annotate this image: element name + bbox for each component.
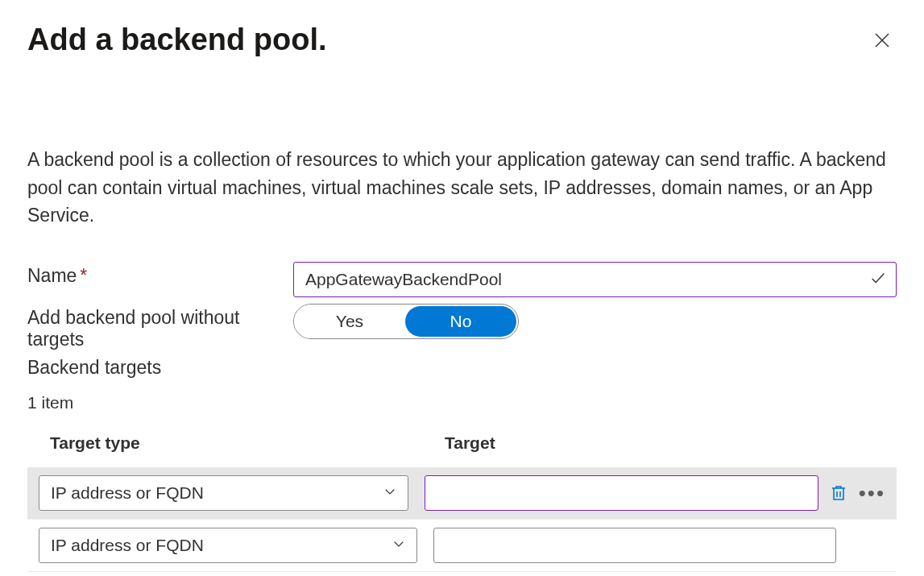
items-count: 1 item — [27, 393, 897, 412]
backend-targets-heading: Backend targets — [27, 357, 897, 379]
close-button[interactable] — [868, 26, 897, 55]
without-targets-label: Add backend pool without targets — [27, 307, 239, 350]
check-icon — [869, 269, 887, 290]
required-indicator: * — [80, 265, 87, 286]
description-text: A backend pool is a collection of resour… — [27, 146, 897, 230]
more-actions-button[interactable]: ••• — [856, 483, 889, 503]
target-row — [27, 520, 897, 572]
target-type-select[interactable] — [39, 475, 408, 511]
close-icon — [872, 31, 892, 50]
name-label: Name — [27, 265, 77, 286]
page-title: Add a backend pool. — [27, 23, 327, 57]
trash-icon — [829, 483, 848, 503]
toggle-option-no[interactable]: No — [405, 306, 516, 337]
delete-target-button[interactable] — [827, 481, 851, 505]
targets-table: Target type Target — [27, 424, 897, 572]
name-input[interactable] — [293, 262, 897, 297]
column-header-type: Target type — [50, 433, 445, 453]
more-icon: ••• — [859, 481, 885, 505]
target-value-input[interactable] — [433, 528, 836, 563]
target-row: ••• — [27, 467, 897, 520]
column-header-target: Target — [445, 433, 897, 453]
without-targets-toggle[interactable]: Yes No — [293, 304, 519, 339]
target-value-input[interactable] — [425, 475, 818, 511]
target-type-select[interactable] — [39, 528, 417, 563]
toggle-option-yes[interactable]: Yes — [294, 305, 405, 338]
